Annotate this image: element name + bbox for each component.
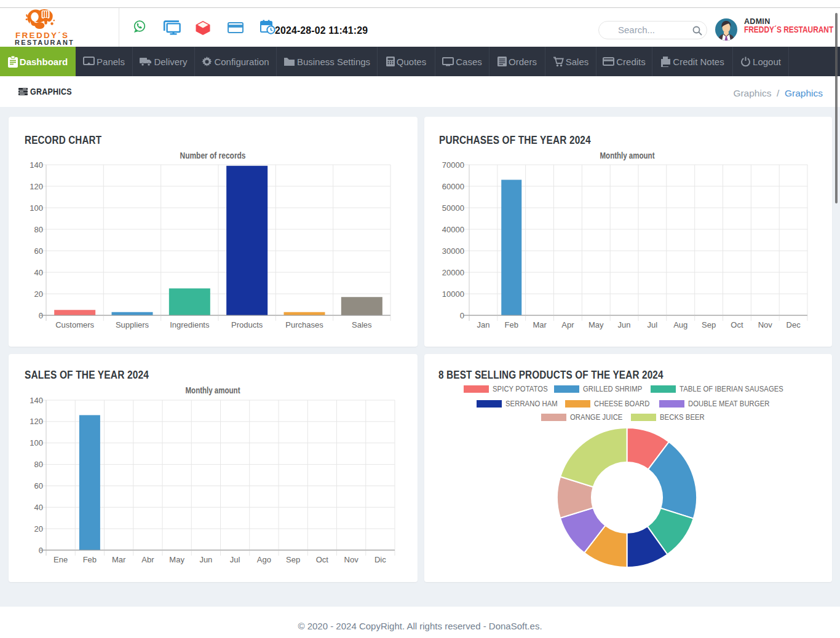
svg-text:Jan: Jan <box>477 320 489 329</box>
svg-text:60000: 60000 <box>442 182 464 191</box>
svg-text:Products: Products <box>231 320 263 329</box>
svg-text:Jun: Jun <box>618 320 631 329</box>
svg-text:60: 60 <box>34 246 43 256</box>
svg-text:Dec: Dec <box>787 320 801 329</box>
svg-text:Jul: Jul <box>230 555 240 564</box>
svg-text:Sep: Sep <box>286 555 300 564</box>
svg-text:20: 20 <box>34 524 43 534</box>
svg-text:40: 40 <box>34 268 43 277</box>
svg-text:120: 120 <box>30 182 43 191</box>
svg-text:Purchases: Purchases <box>285 320 323 329</box>
svg-text:20000: 20000 <box>442 268 464 277</box>
svg-text:Apr: Apr <box>561 320 574 329</box>
svg-text:60: 60 <box>34 481 43 490</box>
svg-text:40: 40 <box>34 503 43 512</box>
svg-text:Jul: Jul <box>648 320 658 329</box>
svg-text:May: May <box>588 320 604 329</box>
svg-text:120: 120 <box>30 417 43 426</box>
svg-text:Oct: Oct <box>731 320 743 329</box>
svg-text:Nov: Nov <box>758 320 773 329</box>
svg-text:40000: 40000 <box>442 225 464 234</box>
svg-text:Sep: Sep <box>702 320 716 329</box>
svg-text:80: 80 <box>34 460 43 469</box>
svg-text:30000: 30000 <box>442 246 464 256</box>
svg-text:50000: 50000 <box>442 203 464 213</box>
svg-text:Mar: Mar <box>533 320 547 329</box>
svg-text:100: 100 <box>30 203 43 213</box>
svg-text:Ene: Ene <box>53 555 68 564</box>
svg-text:80: 80 <box>34 225 43 234</box>
svg-text:Number of records: Number of records <box>180 150 246 160</box>
svg-text:Oct: Oct <box>316 555 329 564</box>
svg-text:Nov: Nov <box>344 555 359 564</box>
svg-text:Monthly amount: Monthly amount <box>186 385 240 395</box>
svg-text:Jun: Jun <box>199 555 212 564</box>
svg-text:Dic: Dic <box>374 555 386 564</box>
svg-text:Feb: Feb <box>83 555 97 564</box>
svg-text:100: 100 <box>30 438 43 447</box>
svg-text:Aug: Aug <box>673 320 687 329</box>
svg-text:10000: 10000 <box>442 289 464 299</box>
svg-text:Customers: Customers <box>55 320 94 329</box>
svg-text:Ingredients: Ingredients <box>170 320 210 329</box>
svg-text:Feb: Feb <box>505 320 518 329</box>
svg-text:70000: 70000 <box>442 160 464 170</box>
svg-text:Mar: Mar <box>112 555 126 564</box>
svg-text:Sales: Sales <box>352 320 372 329</box>
svg-text:Ago: Ago <box>257 555 271 564</box>
svg-text:May: May <box>169 555 184 564</box>
svg-text:140: 140 <box>30 396 43 405</box>
svg-text:Suppliers: Suppliers <box>116 320 149 329</box>
svg-text:20: 20 <box>34 289 43 299</box>
svg-text:140: 140 <box>30 160 43 170</box>
svg-text:Monthly amount: Monthly amount <box>600 150 655 160</box>
svg-text:Abr: Abr <box>141 555 154 564</box>
